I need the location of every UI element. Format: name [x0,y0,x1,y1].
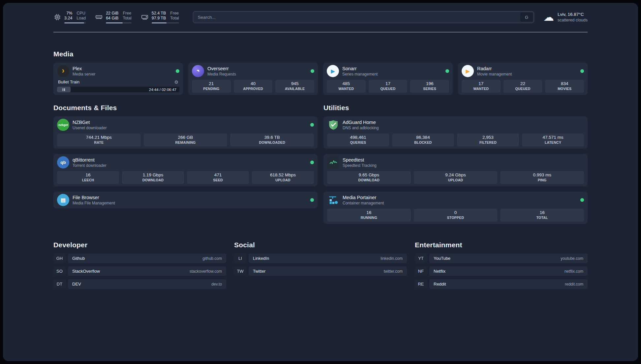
stat-label: LATENCY [523,140,583,144]
bookmark-youtube[interactable]: YT YouTube youtube.com [415,254,588,263]
service-name: Radarr [477,66,512,71]
stat-value: 17 [463,81,499,86]
bookmark-group-title: Entertainment [415,241,588,249]
bookmark-url: youtube.com [561,256,583,261]
disk-icon [141,13,149,21]
stat-tile: 266 GB REMAINING [144,134,228,146]
section-title-documents: Documents & Files [53,104,318,112]
stat-value: 47.571 ms [523,135,583,140]
service-card-radarr: ▶ Radarr Movie management 17 WANTED 22 Q… [458,63,588,95]
pause-icon[interactable] [62,88,65,91]
disk-total-value: 97.9 TB [152,16,166,21]
service-link-qbittorrent[interactable]: qb qBittorrent Torrent downloader [57,156,314,168]
bookmark-url: stackoverflow.com [190,269,222,274]
stat-tile: 16 RUNNING [327,209,411,222]
bookmark-abbr: RE [415,279,427,289]
playback-progress-bar[interactable]: 24:44 / 02:06:47 [57,87,179,92]
service-link-overseerr[interactable]: ◐ Overseerr Media Requests [192,65,314,77]
search-bar: G [193,11,534,23]
dashboard-content: 7% 3.24 CPU Load 22 GiB [53,3,588,289]
service-description: DNS and adblocking [343,126,379,130]
stat-tile: 17 WANTED [462,80,501,93]
bookmark-reddit[interactable]: RE Reddit reddit.com [415,279,588,289]
gear-icon[interactable]: ⚙ [174,80,178,84]
bookmark-name: Netflix [434,269,445,274]
bookmark-group-developer: Developer GH Github github.com SO StackO… [53,241,226,289]
filebrowser-icon: ▤ [57,194,69,206]
service-link-plex[interactable]: › Plex Media server [57,65,179,77]
playback-time: 24:44 / 02:06:47 [149,88,176,92]
bookmark-name: Twitter [253,269,265,274]
service-link-radarr[interactable]: ▶ Radarr Movie management [462,65,584,77]
stat-value: 485 [328,81,364,86]
stat-tile: 39.6 TB DOWNLOADED [230,134,314,146]
bookmark-dev[interactable]: DT DEV dev.to [53,279,226,289]
adguard-shield-icon [327,119,339,131]
stat-label: RUNNING [328,216,410,220]
stat-tile: 22 QUEUED [504,80,542,93]
service-name: Speedtest [343,157,377,163]
plex-icon: › [57,65,69,77]
bookmark-stackoverflow[interactable]: SO StackOverflow stackoverflow.com [53,266,226,276]
service-link-filebrowser[interactable]: ▤ File Browser Media File Management [57,194,314,206]
service-description: Movie management [477,72,512,76]
service-link-sonarr[interactable]: ▶ Sonarr Series management [327,65,449,77]
stat-label: QUERIES [328,140,388,144]
bookmark-group-title: Developer [53,241,226,249]
disk-progress-bar [152,22,179,23]
bookmark-url: reddit.com [565,282,583,287]
stat-label: UPLOAD [415,178,496,182]
search-input[interactable] [193,11,534,23]
service-card-filebrowser: ▤ File Browser Media File Management [53,192,318,208]
service-name: qBittorrent [73,157,107,163]
service-link-adguard[interactable]: AdGuard Home DNS and adblocking [327,119,584,131]
stat-label: WANTED [328,87,364,91]
memory-total-value: 64 GiB [106,16,118,21]
service-card-qbittorrent: qb qBittorrent Torrent downloader 16 LEE… [53,154,318,186]
stat-value: 471 [188,172,248,177]
stat-value: 266 GB [145,135,226,140]
stat-value: 9.24 Gbps [415,172,496,177]
service-name: Media Portainer [343,195,384,200]
disk-widget: 52.4 TB 97.9 TB Free Total [141,11,179,23]
stat-value: 40 [235,81,271,86]
bookmark-url: twitter.com [384,269,403,274]
stat-tile: 618.52 Mbps UPLOAD [252,171,314,184]
stat-label: TOTAL [502,216,583,220]
stat-value: 22 [505,81,541,86]
stat-label: REMAINING [145,140,226,144]
cpu-label: CPU [76,11,86,16]
topbar: 7% 3.24 CPU Load 22 GiB [53,11,588,23]
stat-value: 196 [412,81,448,86]
bookmark-linkedin[interactable]: LI LinkedIn linkedin.com [234,254,407,263]
stat-label: AVAILABLE [277,87,313,91]
bookmark-url: dev.to [211,282,222,287]
service-link-portainer[interactable]: Media Portainer Container management [327,194,584,206]
service-link-nzbget[interactable]: nzbget NZBGet Usenet downloader [57,119,314,131]
service-link-speedtest[interactable]: Speedtest Speedtest Tracking [327,156,584,168]
service-description: Speedtest Tracking [343,163,377,168]
stat-tile: 47.571 ms LATENCY [522,134,584,146]
bookmark-netflix[interactable]: NF Netflix netflix.com [415,266,588,276]
bookmark-twitter[interactable]: TW Twitter twitter.com [234,266,407,276]
stat-tile: 16 TOTAL [500,209,584,222]
stat-tile: 17 QUEUED [369,80,408,93]
stat-value: 86,384 [393,135,453,140]
bookmark-url: netflix.com [565,269,583,274]
bookmark-abbr: LI [234,254,246,263]
bookmark-url: github.com [202,256,222,261]
overseerr-icon: ◐ [192,65,204,77]
disk-free-value: 52.4 TB [152,11,166,16]
bookmark-github[interactable]: GH Github github.com [53,254,226,263]
search-provider-button[interactable]: G [520,13,533,22]
stat-tile: 0.993 ms PING [500,171,584,184]
stat-value: 945 [277,81,313,86]
memory-widget: 22 GiB 64 GiB Free Total [95,11,132,23]
bookmark-abbr: SO [53,266,66,276]
stat-tile: 196 SERIES [410,80,449,93]
stat-value: 1.19 Gbps [123,172,183,177]
cpu-usage-value: 7% [66,11,72,16]
section-documents: Documents & Files nzbget NZBGet Usenet d… [53,104,318,208]
stat-tile: 9.65 Gbps DOWNLOAD [327,171,411,184]
stat-label: WANTED [463,87,499,91]
